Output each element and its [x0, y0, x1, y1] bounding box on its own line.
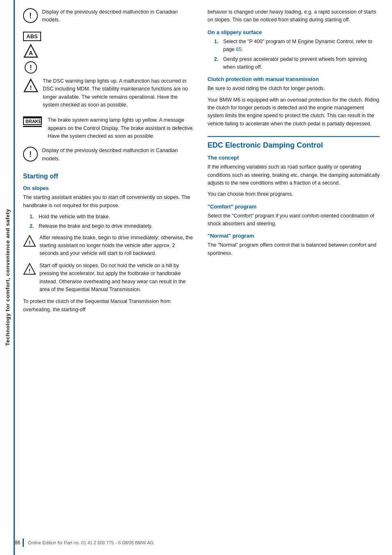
- circle-exclamation-icon-2: !: [23, 147, 38, 162]
- list-text-1: Hold the vehicle with the brake.: [39, 213, 110, 221]
- icons-group: ABS A !: [23, 32, 195, 75]
- right-column: behavior is changed under heavy loading,…: [208, 8, 380, 547]
- triangle-a-icon: A: [23, 44, 39, 58]
- svg-text:!: !: [29, 240, 30, 246]
- slippery-item-2: 2. Gently press accelerator pedal to pre…: [214, 56, 380, 72]
- footer-bar: [23, 539, 24, 547]
- svg-text:A: A: [29, 50, 33, 56]
- footer-text: Online Edition for Part no. 01 41 2 600 …: [28, 540, 153, 545]
- brake-row: BRAKE The brake system warning lamp ligh…: [23, 116, 195, 143]
- brake-box: BRAKE: [23, 118, 42, 125]
- protect-para: To protect the clutch of the Sequential …: [23, 298, 195, 314]
- icon-row-1: ! Display of the previously described ma…: [23, 8, 195, 28]
- slippery-text-1: Select the "P 400" program of M Engine D…: [223, 38, 380, 54]
- icon1-text: Display of the previously described malf…: [42, 8, 195, 24]
- sidebar-bar: [14, 0, 15, 555]
- starting-off-heading: Starting off: [23, 173, 195, 180]
- left-column: ! Display of the previously described ma…: [23, 8, 195, 547]
- continuation-text: behavior is changed under heavy loading,…: [208, 8, 380, 24]
- list-item-2: 2. Release the brake and begin to drive …: [30, 222, 195, 230]
- list-text-2: Release the brake and begin to drive imm…: [39, 222, 152, 230]
- comfort-heading: "Comfort" program: [208, 204, 380, 210]
- clutch-heading: Clutch protection with manual transmissi…: [208, 76, 380, 82]
- icon2-text: Display of the previously described malf…: [42, 147, 195, 163]
- circle-exclamation-icon: !: [23, 8, 38, 23]
- abs-icon: ABS: [23, 32, 41, 41]
- dsc-triangle-icon: !: [23, 78, 39, 93]
- slippery-num-1: 1.: [214, 38, 221, 54]
- sidebar: Technology for comfort, convenience and …: [0, 0, 15, 555]
- warning-triangle-1: !: [23, 235, 36, 247]
- slippery-num-2: 2.: [214, 56, 221, 72]
- clutch-para2: Your BMW M6 is equipped with an overload…: [208, 96, 380, 128]
- concept-para2: You can choose from three programs.: [208, 190, 380, 198]
- on-slopes-heading: On slopes: [23, 185, 195, 191]
- warning-text-1: After releasing the brake, begin to driv…: [39, 234, 195, 258]
- brake-warning-text: The brake system warning lamp lights up …: [48, 116, 195, 140]
- svg-text:!: !: [29, 268, 30, 274]
- normal-para: The "Normal" program offers control that…: [208, 241, 380, 257]
- edc-heading: EDC Electronic Damping Control: [208, 136, 380, 150]
- on-slippery-heading: On a slippery surface: [208, 29, 380, 35]
- normal-heading: "Normal" program: [208, 233, 380, 239]
- brake-icon-container: BRAKE: [23, 116, 44, 127]
- page-container: Technology for comfort, convenience and …: [0, 0, 392, 555]
- dsc-warning-text: The DSC warning lamp lights up. A malfun…: [43, 77, 195, 109]
- list-num-2: 2.: [30, 222, 36, 230]
- sidebar-label: Technology for comfort, convenience and …: [5, 209, 11, 346]
- slippery-list: 1. Select the "P 400" program of M Engin…: [214, 38, 380, 72]
- svg-text:!: !: [30, 84, 32, 91]
- concept-heading: The concept: [208, 155, 380, 161]
- page-footer: 86 Online Edition for Part no. 01 41 2 6…: [0, 539, 392, 547]
- list-item-1: 1. Hold the vehicle with the brake.: [30, 213, 195, 221]
- svg-text:!: !: [30, 64, 32, 71]
- warning-block-2: ! Start off quickly on slopes. Do not ho…: [23, 262, 195, 294]
- warning-icons-section: ! Display of the previously described ma…: [23, 8, 195, 166]
- comfort-para: Select the "Comfort" program if you want…: [208, 212, 380, 228]
- list-num-1: 1.: [30, 213, 36, 221]
- main-content: ! Display of the previously described ma…: [15, 0, 392, 555]
- slippery-item-1: 1. Select the "P 400" program of M Engin…: [214, 38, 380, 54]
- dsc-warning-row: ! The DSC warning lamp lights up. A malf…: [23, 77, 195, 113]
- warning-text-2: Start off quickly on slopes. Do not hold…: [39, 262, 195, 294]
- warning-block-1: ! After releasing the brake, begin to dr…: [23, 234, 195, 258]
- circle-i-icon: !: [23, 60, 39, 75]
- icon-row-2: ! Display of the previously described ma…: [23, 147, 195, 166]
- slopes-list: 1. Hold the vehicle with the brake. 2. R…: [30, 213, 195, 231]
- brake-bottom-line: [23, 126, 42, 127]
- clutch-para1: Be sure to avoid riding the clutch for l…: [208, 85, 380, 92]
- slopes-para1: The starting assistant enables you to st…: [23, 194, 195, 210]
- page-ref-65: 65: [236, 46, 242, 52]
- slippery-text-2: Gently press accelerator pedal to preven…: [223, 56, 380, 72]
- warning-triangle-2: !: [23, 263, 36, 275]
- concept-para1: If the influencing variables such as roa…: [208, 163, 380, 187]
- page-number: 86: [0, 540, 23, 546]
